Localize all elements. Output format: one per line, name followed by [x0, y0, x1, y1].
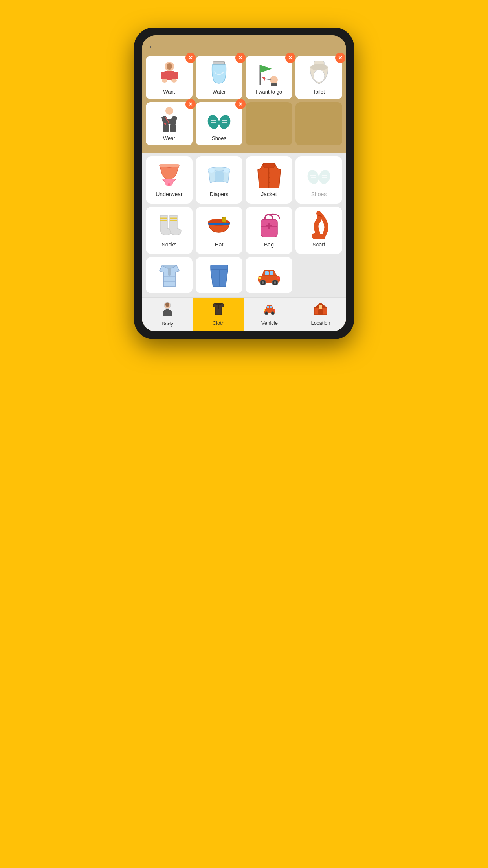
svg-rect-19: [170, 124, 176, 132]
selected-card-icon-water: [205, 60, 233, 87]
nav-label-location: Location: [311, 320, 330, 326]
svg-point-1: [167, 63, 172, 70]
svg-rect-36: [259, 170, 265, 188]
svg-point-72: [262, 281, 264, 284]
catalog-icon-diapers: [205, 161, 233, 189]
selected-card-label-shoes: Shoes: [212, 135, 226, 141]
nav-icon-vehicle: [262, 302, 277, 318]
catalog-icon-scarf: [305, 211, 333, 239]
nav-item-location[interactable]: Location: [295, 298, 346, 331]
selected-card-i-want-to-go[interactable]: ✕ I want to go: [246, 56, 292, 99]
remove-btn-i-want-to-go[interactable]: ✕: [285, 53, 295, 63]
svg-rect-76: [277, 277, 280, 279]
selected-card-icon-wear: [156, 106, 183, 134]
selected-card-label-i-want-to-go: I want to go: [256, 89, 282, 95]
svg-rect-79: [163, 312, 166, 316]
catalog-icon-shirt: [156, 262, 183, 289]
svg-marker-9: [260, 65, 272, 73]
catalog-card-socks[interactable]: Socks: [146, 207, 193, 254]
catalog-card-diapers[interactable]: Diapers: [196, 156, 242, 204]
selected-card-label-toilet: Toilet: [313, 89, 325, 95]
svg-rect-81: [218, 305, 219, 309]
svg-rect-75: [258, 277, 261, 279]
selected-card-wear[interactable]: ✕ Wear: [146, 102, 193, 145]
svg-point-35: [224, 168, 230, 173]
nav-item-cloth[interactable]: Cloth: [193, 298, 244, 331]
selected-card-empty2[interactable]: [295, 102, 342, 145]
catalog-partial-row: [146, 257, 342, 293]
catalog-card-toy-car[interactable]: [246, 257, 292, 293]
catalog-card-scarf[interactable]: Scarf: [295, 207, 342, 254]
selected-card-icon-want: [156, 60, 183, 87]
nav-item-body[interactable]: Body: [142, 298, 193, 331]
svg-point-32: [168, 183, 170, 186]
catalog-icon-socks: [156, 211, 183, 239]
svg-rect-83: [267, 306, 269, 308]
catalog-icon-bag: [255, 211, 283, 239]
remove-btn-wear[interactable]: ✕: [185, 99, 196, 109]
catalog-row-1: Socks Hat Bag Scarf: [146, 207, 342, 254]
svg-point-85: [265, 312, 268, 315]
svg-rect-84: [270, 306, 272, 308]
selected-card-icon-toilet: [305, 60, 333, 87]
remove-btn-want[interactable]: ✕: [185, 53, 196, 63]
remove-btn-shoes[interactable]: ✕: [235, 99, 246, 109]
selected-card-water[interactable]: ✕ Water: [196, 56, 242, 99]
selected-card-icon-i-want-to-go: [255, 60, 283, 87]
back-button[interactable]: ←: [146, 39, 342, 56]
svg-rect-30: [160, 164, 179, 167]
catalog-icon-jacket: [255, 161, 283, 189]
catalog-card-jacket[interactable]: Jacket: [246, 156, 292, 204]
svg-point-22: [206, 113, 220, 130]
svg-point-6: [171, 79, 177, 83]
selected-card-shoes[interactable]: ✕ Shoes: [196, 102, 242, 145]
svg-point-41: [268, 182, 270, 183]
svg-rect-38: [263, 163, 275, 168]
nav-item-vehicle[interactable]: Vehicle: [244, 298, 295, 331]
nav-icon-cloth: [211, 302, 226, 318]
svg-point-42: [306, 168, 320, 185]
svg-rect-65: [168, 268, 171, 276]
selected-card-label-want: Want: [163, 89, 175, 95]
catalog-icon-pants: [205, 262, 233, 289]
phone-screen: ← ✕ Want✕ Water✕ I want to go✕ Toilet✕: [142, 35, 346, 331]
svg-rect-69: [265, 271, 269, 275]
catalog-card-underwear[interactable]: Underwear: [146, 156, 193, 204]
nav-label-vehicle: Vehicle: [261, 320, 278, 326]
svg-rect-90: [318, 309, 323, 315]
catalog-label-underwear: Underwear: [156, 191, 182, 197]
svg-rect-56: [208, 223, 230, 225]
selected-card-label-wear: Wear: [163, 135, 175, 141]
svg-rect-37: [273, 170, 279, 188]
catalog-area: Underwear Diapers Jacket Shoes Socks: [142, 153, 346, 297]
catalog-row-0: Underwear Diapers Jacket Shoes: [146, 156, 342, 204]
catalog-icon-toy-car: [255, 262, 283, 289]
catalog-card-shirt[interactable]: [146, 257, 193, 293]
svg-rect-11: [271, 83, 277, 86]
svg-point-16: [314, 70, 325, 82]
svg-rect-4: [173, 72, 178, 79]
catalog-card-pants[interactable]: [196, 257, 242, 293]
catalog-card-hat[interactable]: Hat: [196, 207, 242, 254]
selected-card-toilet[interactable]: ✕ Toilet: [295, 56, 342, 99]
catalog-label-diapers: Diapers: [209, 191, 228, 197]
selected-card-want[interactable]: ✕ Want: [146, 56, 193, 99]
svg-point-78: [165, 303, 169, 307]
selected-card-label-water: Water: [212, 89, 226, 95]
bottom-nav: Body Cloth Vehicle Location: [142, 297, 346, 331]
back-arrow-icon: ←: [148, 42, 157, 52]
remove-btn-toilet[interactable]: ✕: [335, 53, 345, 63]
svg-point-5: [162, 79, 167, 83]
svg-rect-87: [264, 309, 265, 311]
svg-rect-70: [270, 271, 273, 275]
svg-rect-2: [164, 71, 175, 80]
svg-point-86: [271, 312, 274, 315]
nav-icon-body: [160, 302, 175, 319]
catalog-card-bag[interactable]: Bag: [246, 207, 292, 254]
catalog-card-shoes-cat[interactable]: Shoes: [295, 156, 342, 204]
svg-marker-13: [262, 77, 265, 81]
selected-card-empty1[interactable]: [246, 102, 292, 145]
phone-shell: ← ✕ Want✕ Water✕ I want to go✕ Toilet✕: [134, 28, 354, 339]
svg-rect-3: [161, 72, 165, 79]
remove-btn-water[interactable]: ✕: [235, 53, 246, 63]
